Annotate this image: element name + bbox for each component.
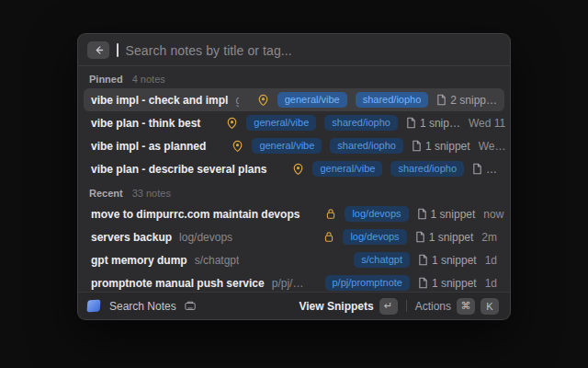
document-icon — [415, 231, 425, 243]
timestamp: 1d — [485, 277, 497, 290]
timestamp: Wed 11 — [469, 117, 505, 130]
actions-label: Actions — [415, 300, 451, 313]
section-header-recent: Recent33 notes — [84, 180, 504, 202]
timestamp: 1d — [485, 254, 497, 267]
document-icon — [418, 254, 428, 266]
tag-pill: general/vibe — [312, 161, 382, 177]
tag-pill: general/vibe — [277, 92, 347, 108]
note-subtitle: general/vibe, shared/iopho — [235, 94, 238, 107]
snippet-count: 1 snip… — [406, 117, 460, 130]
cmd-key-badge: ⌘ — [457, 298, 475, 315]
tag-pill: log/devops — [345, 206, 408, 222]
lock-icon — [323, 231, 334, 243]
note-row[interactable]: vibe impl - check and implgeneral/vibe, … — [84, 88, 504, 111]
snippet-count: 2 snipp… — [436, 94, 497, 107]
note-title: promptnote manual push service — [91, 277, 265, 290]
document-icon — [436, 94, 447, 106]
note-title: vibe plan - think best — [91, 117, 200, 130]
pin-icon — [226, 117, 238, 130]
row-accessories: general/vibeshared/iopho1 snip…Wed 11 — [226, 115, 505, 131]
printer-icon — [184, 300, 197, 312]
results-list: Pinned4 notesvibe impl - check and implg… — [78, 66, 510, 292]
pin-icon — [232, 140, 243, 153]
section-count: 33 notes — [132, 188, 171, 199]
search-header: Search notes by title or tag... — [78, 34, 510, 65]
tag-pill: p/pj/promptnote — [325, 275, 410, 291]
note-row[interactable]: servers backuplog/devopslog/devops1 snip… — [84, 225, 504, 248]
pin-icon — [257, 94, 269, 107]
tag-pill: shared/iopho — [390, 161, 464, 177]
row-accessories: general/vibeshared/iopho1 snippetWe… — [232, 138, 505, 154]
tag-pill: shared/iopho — [330, 138, 403, 154]
section-count: 4 notes — [132, 74, 165, 85]
actions-button[interactable]: Actions ⌘ K — [413, 296, 501, 316]
tag-pill: general/vibe — [252, 138, 322, 154]
app-icon — [86, 300, 100, 313]
snippet-count-label: 1 snippet — [425, 140, 470, 153]
note-title: vibe plan - describe several plans — [91, 163, 266, 176]
note-title: vibe impl - check and impl — [91, 94, 228, 107]
note-row[interactable]: vibe plan - think bestgeneral/vibe, shar… — [84, 111, 504, 134]
back-arrow-icon — [94, 45, 104, 55]
snippet-count: 1 snippet — [412, 140, 470, 153]
row-accessories: general/vibeshared/iopho2 snipp… — [257, 92, 497, 108]
text-caret — [117, 43, 119, 57]
note-row[interactable]: move to dimpurrc.com maintain devopslog/… — [84, 202, 504, 225]
document-icon — [418, 277, 428, 289]
document-icon — [417, 208, 427, 220]
k-key-badge: K — [481, 298, 499, 315]
view-snippets-button[interactable]: View Snippets ↵ — [298, 296, 400, 316]
snippet-count: 1 snippet — [417, 208, 476, 221]
view-snippets-label: View Snippets — [300, 300, 374, 313]
note-row[interactable]: gpt memory dumps/chatgpts/chatgpt1 snipp… — [84, 248, 504, 271]
snippet-count: 1 snippet — [418, 254, 477, 267]
section-title: Pinned — [89, 74, 123, 85]
row-accessories: p/pj/promptnote1 snippet1d — [325, 275, 498, 291]
snippet-count-label: 1 snippet — [431, 208, 476, 221]
row-accessories: s/chatgpt1 snippet1d — [354, 252, 497, 268]
tag-pill: shared/iopho — [356, 92, 429, 108]
snippet-count-label: 1 snippet — [429, 231, 474, 244]
snippet-count: 1 snippet — [415, 231, 474, 244]
snippet-count-label: 1 snippet — [432, 277, 477, 290]
search-input[interactable]: Search notes by title or tag... — [126, 43, 500, 58]
lock-icon — [325, 208, 336, 220]
snippet-count-label: 1 snippet — [432, 254, 477, 267]
timestamp: now — [483, 208, 503, 221]
tag-pill: s/chatgpt — [354, 252, 410, 268]
pin-icon — [292, 163, 304, 176]
document-icon — [472, 163, 482, 175]
document-icon — [412, 140, 422, 152]
snippet-count: 1 snippet — [418, 277, 477, 290]
tag-pill: general/vibe — [246, 115, 316, 131]
note-title: vibe impl - as planned — [91, 140, 206, 153]
timestamp: We… — [479, 140, 506, 153]
note-row[interactable]: vibe plan - describe several plansgenera… — [84, 157, 504, 180]
document-icon — [406, 117, 416, 129]
note-subtitle: log/devops — [179, 231, 232, 244]
row-accessories: log/devops1 snippetnow — [325, 206, 503, 222]
row-accessories: general/vibeshared/iopho… — [292, 161, 497, 177]
tag-pill: log/devops — [343, 229, 406, 245]
snippet-count-label: … — [486, 163, 497, 176]
note-row[interactable]: promptnote manual push servicep/pj/promp… — [84, 271, 504, 292]
note-row[interactable]: vibe impl - as plannedgeneral/vibe, shar… — [84, 134, 504, 157]
tag-pill: shared/iopho — [324, 115, 398, 131]
back-button[interactable] — [87, 41, 109, 59]
section-header-pinned: Pinned4 notes — [84, 66, 504, 88]
footer-actions: View Snippets ↵ Actions ⌘ K — [298, 296, 502, 316]
note-subtitle: p/pj/promptnote — [272, 277, 307, 290]
snippet-count-label: 1 snip… — [420, 117, 460, 130]
note-title: servers backup — [91, 231, 172, 244]
footer-app-label: Search Notes — [109, 300, 176, 313]
snippet-count-label: 2 snipp… — [450, 94, 497, 107]
return-key-badge: ↵ — [379, 298, 398, 315]
snippet-count: … — [472, 163, 497, 176]
footer-separator — [406, 300, 407, 312]
note-title: move to dimpurrc.com maintain devops — [91, 208, 300, 221]
section-title: Recent — [89, 188, 123, 199]
timestamp: 2m — [481, 231, 497, 244]
note-subtitle: s/chatgpt — [195, 254, 240, 267]
search-notes-panel: Search notes by title or tag... Pinned4 … — [77, 33, 511, 320]
row-accessories: log/devops1 snippet2m — [323, 229, 497, 245]
